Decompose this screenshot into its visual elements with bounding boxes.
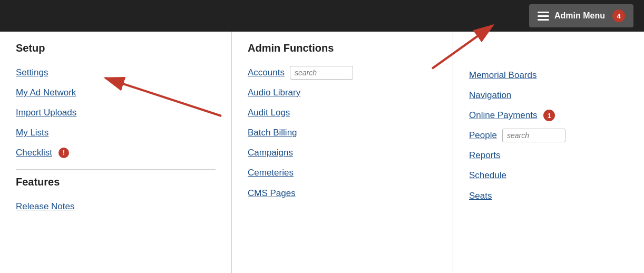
release-notes-link[interactable]: Release Notes	[16, 197, 216, 217]
people-row: People	[469, 125, 628, 145]
seats-link[interactable]: Seats	[469, 186, 628, 206]
checklist-link[interactable]: Checklist	[16, 143, 52, 163]
admin-menu-label: Admin Menu	[554, 11, 605, 21]
campaigns-link[interactable]: Campaigns	[248, 143, 437, 163]
audit-logs-link[interactable]: Audit Logs	[248, 103, 437, 123]
my-ad-network-link[interactable]: My Ad Network	[16, 83, 216, 103]
right-col: Memorial Boards Navigation Online Paymen…	[453, 32, 644, 273]
admin-functions-title: Admin Functions	[248, 42, 437, 54]
schedule-link[interactable]: Schedule	[469, 165, 628, 186]
accounts-link[interactable]: Accounts	[248, 63, 285, 83]
online-payments-row: Online Payments 1	[469, 105, 628, 125]
hamburger-icon	[538, 12, 549, 21]
checklist-badge: !	[58, 148, 69, 158]
admin-functions-col: Admin Functions Accounts Audio Library A…	[232, 32, 453, 273]
main-content: Setup Settings My Ad Network Import Uplo…	[0, 32, 644, 273]
my-lists-link[interactable]: My Lists	[16, 123, 216, 143]
online-payments-link[interactable]: Online Payments	[469, 105, 537, 125]
top-bar: Admin Menu 4	[0, 0, 644, 32]
reports-link[interactable]: Reports	[469, 145, 628, 165]
navigation-link[interactable]: Navigation	[469, 85, 628, 105]
setup-divider	[16, 169, 216, 170]
features-title: Features	[16, 176, 216, 188]
setup-title: Setup	[16, 42, 216, 54]
people-search-input[interactable]	[502, 129, 565, 142]
people-link[interactable]: People	[469, 125, 497, 145]
cms-pages-link[interactable]: CMS Pages	[248, 183, 437, 203]
batch-billing-link[interactable]: Batch Billing	[248, 123, 437, 143]
online-payments-badge: 1	[543, 110, 555, 121]
audio-library-link[interactable]: Audio Library	[248, 83, 437, 103]
import-uploads-link[interactable]: Import Uploads	[16, 103, 216, 123]
settings-link[interactable]: Settings	[16, 63, 216, 83]
admin-menu-button[interactable]: Admin Menu 4	[529, 4, 633, 27]
memorial-boards-link[interactable]: Memorial Boards	[469, 65, 628, 85]
setup-sidebar: Setup Settings My Ad Network Import Uplo…	[0, 32, 232, 273]
accounts-row: Accounts	[248, 63, 437, 83]
admin-menu-badge: 4	[612, 9, 625, 22]
cemeteries-link[interactable]: Cemeteries	[248, 163, 437, 183]
accounts-search-input[interactable]	[290, 66, 353, 80]
